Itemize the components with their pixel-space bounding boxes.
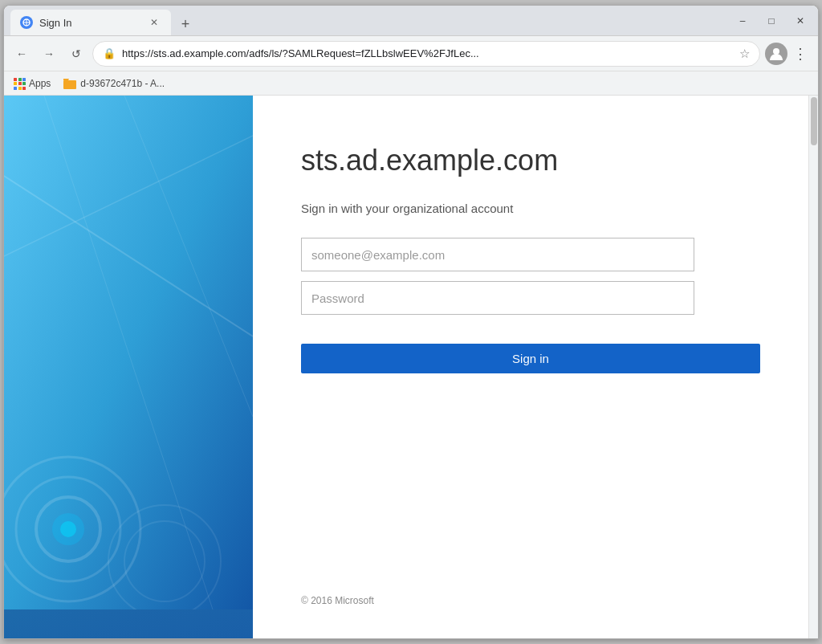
navigation-bar: ← → ↺ 🔒 https://sts.ad.example.com/adfs/…	[4, 36, 818, 71]
email-input[interactable]	[301, 238, 694, 271]
password-field-group	[301, 281, 760, 315]
title-bar: Sign In ✕ + – □ ✕	[4, 6, 818, 36]
bookmark-star-icon[interactable]: ☆	[739, 47, 750, 61]
sign-in-button[interactable]: Sign in	[301, 344, 760, 373]
copyright-text: © 2016 Microsoft	[301, 595, 760, 606]
profile-button[interactable]	[765, 43, 787, 65]
svg-rect-4	[63, 80, 76, 89]
tab-bar: Sign In ✕ +	[10, 6, 725, 35]
scrollbar-thumb[interactable]	[811, 97, 817, 145]
email-field-group	[301, 238, 760, 271]
svg-point-14	[60, 521, 76, 537]
folder-icon	[63, 78, 76, 89]
sign-in-form-area: sts.ad.example.com Sign in with your org…	[253, 96, 808, 638]
refresh-button[interactable]: ↺	[65, 43, 87, 65]
new-tab-button[interactable]: +	[174, 13, 197, 35]
browser-window: Sign In ✕ + – □ ✕ ← → ↺ 🔒 https://sts.ad…	[3, 5, 819, 639]
scrollbar-track	[808, 96, 818, 638]
forward-button[interactable]: →	[38, 43, 60, 65]
nav-extras: ⋮	[765, 43, 812, 65]
folder-label: d-93672c471b - A...	[80, 78, 165, 89]
close-button[interactable]: ✕	[789, 13, 812, 29]
tab-close-btn[interactable]: ✕	[147, 15, 161, 30]
apps-grid-icon	[14, 78, 25, 89]
address-bar[interactable]: 🔒 https://sts.ad.example.com/adfs/ls/?SA…	[92, 41, 760, 67]
decorative-sidebar	[4, 96, 253, 638]
folder-bookmark[interactable]: d-93672c471b - A...	[63, 78, 165, 89]
window-controls: – □ ✕	[731, 13, 812, 29]
url-text: https://sts.ad.example.com/adfs/ls/?SAML…	[122, 47, 733, 59]
bookmarks-bar: Apps d-93672c471b - A...	[4, 71, 818, 96]
apps-label: Apps	[29, 78, 51, 89]
chrome-menu-button[interactable]: ⋮	[789, 43, 812, 65]
domain-title: sts.ad.example.com	[301, 144, 760, 177]
tab-favicon	[20, 16, 33, 29]
page-content: sts.ad.example.com Sign in with your org…	[4, 96, 818, 638]
back-button[interactable]: ←	[10, 43, 33, 65]
minimize-button[interactable]: –	[731, 13, 754, 29]
apps-bookmark[interactable]: Apps	[14, 78, 51, 89]
password-input[interactable]	[301, 281, 694, 315]
sign-in-subtitle: Sign in with your organizational account	[301, 202, 760, 215]
tab-title: Sign In	[39, 17, 71, 29]
maximize-button[interactable]: □	[760, 13, 783, 29]
active-tab[interactable]: Sign In ✕	[10, 10, 171, 35]
lock-icon: 🔒	[103, 47, 116, 59]
svg-point-3	[773, 48, 779, 55]
